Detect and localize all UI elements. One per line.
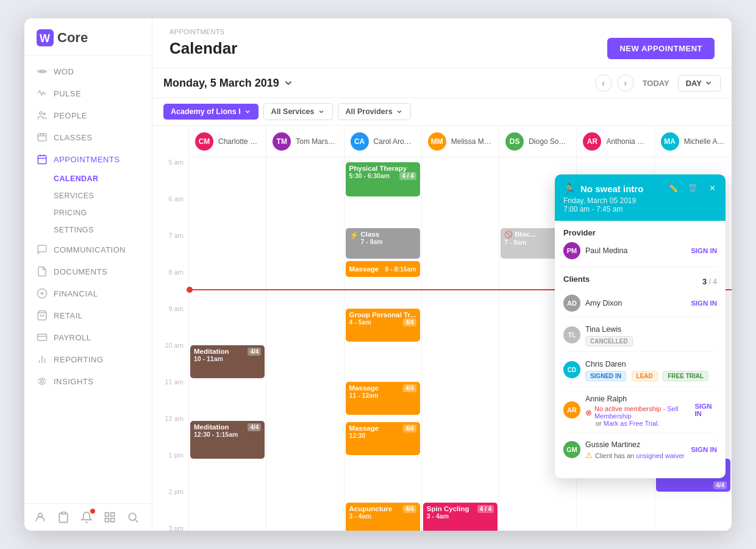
sidebar-item-label-documents: DOCUMENTS [54, 267, 107, 276]
appointment-massage-3[interactable]: Massage 4/4 12:30 [346, 422, 420, 455]
avatar-tom: TM [273, 132, 291, 151]
sidebar-item-payroll[interactable]: PAYROLL [24, 326, 152, 348]
appointment-acupuncture[interactable]: Acupuncture 4/4 3 - 4am [346, 503, 420, 531]
next-day-button[interactable]: › [617, 74, 634, 92]
grid-icon[interactable] [104, 511, 116, 523]
appointment-physical-therapy[interactable]: Physical Therapy 4 / 4 5:30 - 6:30am [346, 162, 420, 196]
calendar-toolbar: Monday, 5 March 2019 ‹ › TODAY DAY [152, 68, 732, 98]
appointment-meditation-2[interactable]: Meditation 4/4 12:30 - 1:15am [190, 421, 265, 459]
sidebar-item-insights[interactable]: INSIGHTS [24, 370, 152, 392]
time-column: 5 am 6 am 7 am 8 am 9 am 10 am 11 am 12 … [152, 126, 189, 531]
popup-clients-section: Clients 3 / 4 AD Amy Dixon [563, 274, 717, 465]
view-selector[interactable]: DAY [678, 75, 721, 92]
providers-filter[interactable]: All Providers [338, 103, 411, 120]
chris-badges: SIGNED IN LEAD FREE TRIAL [585, 369, 711, 381]
client-sign-in-amy[interactable]: SIGN IN [691, 300, 717, 307]
provider-col-carol: CA Carol Aronsten Physical Therapy 4 / 4… [344, 126, 422, 531]
sidebar-sub-settings[interactable]: SETTINGS [54, 221, 152, 239]
academy-filter[interactable]: Academy of Lions I [163, 104, 259, 120]
appointment-group-pt[interactable]: Group Personal Tr... 4/4 4 - 5am [346, 309, 420, 342]
today-button[interactable]: TODAY [643, 79, 669, 88]
client-sign-in-gussie[interactable]: SIGN IN [691, 446, 717, 453]
notification-icon[interactable] [80, 511, 93, 523]
client-sign-in-annie[interactable]: SIGN IN [694, 403, 717, 417]
client-info-tina: TL Tina Lewis CANCELLED [563, 323, 635, 346]
sidebar-item-label-reporting: REPORTING [54, 355, 104, 364]
client-row-chris: CD Chris Daren SIGNED IN LEAD FREE TRIAL [563, 358, 717, 387]
time-slot-11am: 11 am [152, 377, 188, 414]
provider-name-melissa: Melissa Muller [451, 137, 493, 146]
clipboard-icon[interactable] [57, 511, 70, 523]
prev-day-button[interactable]: ‹ [595, 74, 612, 92]
unsigned-waiver-link[interactable]: unsigned waiver [636, 452, 685, 459]
avatar-charlotte: CM [195, 132, 213, 151]
retail-icon [37, 310, 48, 321]
sidebar-item-label-pulse: PULSE [54, 89, 81, 98]
appointment-class[interactable]: ⚡ Class 7 - 8am [346, 228, 420, 259]
sidebar-item-financial[interactable]: FINANCIAL [24, 282, 152, 304]
svg-point-2 [38, 71, 40, 73]
payroll-icon [37, 332, 48, 343]
sidebar-item-communication[interactable]: COMMUNICATION [24, 239, 152, 260]
svg-rect-20 [38, 334, 47, 341]
avatar-annie: AR [563, 401, 580, 418]
wod-icon [37, 66, 48, 77]
provider-section-title: Provider [563, 228, 717, 237]
avatar-tina: TL [563, 326, 580, 343]
provider-header-melissa: MM Melissa Muller [422, 126, 499, 157]
appointments-icon [37, 154, 48, 165]
sidebar-item-wod[interactable]: WOD [24, 60, 152, 82]
badge-free-trial-chris: FREE TRIAL [663, 371, 708, 381]
sidebar-item-reporting[interactable]: REPORTING [24, 348, 152, 370]
mark-free-trial-link[interactable]: Mark as Free Trial. [604, 420, 660, 427]
sidebar-item-documents[interactable]: DOCUMENTS [24, 260, 152, 282]
provider-sign-in-button[interactable]: SIGN IN [691, 247, 717, 254]
popup-delete-button[interactable]: 🗑️ [685, 181, 700, 195]
provider-name-popup: Paul Medina [585, 246, 628, 255]
appointment-massage-1[interactable]: Massage 8 - 8:15am [346, 261, 420, 277]
sidebar-item-people[interactable]: PEOPLE [24, 104, 152, 126]
appointment-massage-2[interactable]: Massage 4/4 11 - 12am [346, 382, 420, 415]
sidebar: W Core WOD PULSE PEOPLE CLASSES [24, 18, 152, 531]
provider-header-charlotte: CM Charlotte Me... [189, 126, 266, 157]
divider [563, 267, 717, 267]
appointments-sub-menu: CALENDAR SERVICES PRICING SETTINGS [24, 170, 152, 239]
sidebar-sub-services[interactable]: SERVICES [54, 187, 152, 204]
main-content: APPOINTMENTS Calendar NEW APPOINTMENT Mo… [152, 18, 732, 531]
services-filter[interactable]: All Services [263, 103, 333, 120]
time-slot-1pm: 1 pm [152, 450, 188, 487]
new-appointment-button[interactable]: NEW APPOINTMENT [607, 38, 715, 59]
popup-provider-section: Provider PM Paul Medina SIGN IN [563, 228, 717, 259]
sidebar-sub-pricing[interactable]: PRICING [54, 204, 152, 221]
client-name-annie: Annie Ralph [585, 395, 627, 403]
time-slot-9am: 9 am [152, 304, 188, 340]
svg-point-6 [40, 112, 43, 115]
popup-edit-button[interactable]: ✏️ [666, 181, 680, 195]
schedule-charlotte: Meditation 4/4 10 - 11am Meditation 4/4 … [189, 157, 266, 531]
pulse-icon [37, 88, 48, 99]
provider-name-anthonia: Anthonia Rich... [606, 137, 647, 146]
sidebar-sub-calendar[interactable]: CALENDAR [54, 170, 152, 187]
provider-col-charlotte: CM Charlotte Me... Meditation 4/4 10 - 1… [189, 126, 266, 531]
client-row-amy: AD Amy Dixon SIGN IN [563, 295, 717, 317]
date-dropdown-icon[interactable] [283, 77, 294, 88]
sidebar-item-label-communication: COMMUNICATION [54, 245, 126, 254]
sell-membership-link[interactable]: Sell Membership [594, 405, 679, 420]
client-info-gussie: GM Gussie Martinez ⚠ Client has an unsig… [563, 439, 685, 460]
appointment-popup: 🏃 No sweat intro Friday, March 05 2019 7… [555, 174, 726, 478]
search-icon[interactable] [127, 511, 139, 523]
client-info-chris: CD Chris Daren SIGNED IN LEAD FREE TRIAL [563, 358, 711, 381]
client-name-chris: Chris Daren [585, 360, 626, 368]
user-profile-icon[interactable] [34, 511, 46, 523]
calendar-controls: ‹ › TODAY DAY [595, 74, 721, 92]
sidebar-item-label-appointments: APPOINTMENTS [54, 155, 120, 164]
popup-event-title: No sweat intro [580, 184, 643, 194]
sidebar-item-pulse[interactable]: PULSE [24, 82, 152, 104]
sidebar-item-classes[interactable]: CLASSES [24, 126, 152, 148]
appointment-meditation-1[interactable]: Meditation 4/4 10 - 11am [190, 345, 265, 378]
sidebar-item-appointments[interactable]: APPOINTMENTS [24, 148, 152, 170]
insights-icon [37, 376, 48, 387]
popup-close-button[interactable]: ✕ [705, 181, 719, 195]
sidebar-item-retail[interactable]: RETAIL [24, 304, 152, 326]
appointment-spin-cycling[interactable]: Spin Cycling 4 / 4 3 - 4am [423, 503, 497, 531]
